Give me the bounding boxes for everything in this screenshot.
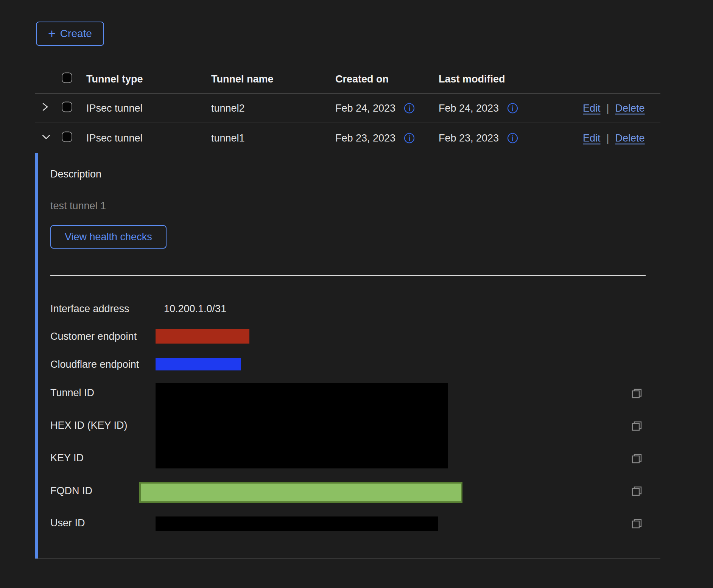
- created-on-cell: Feb 24, 2023: [335, 102, 395, 114]
- create-button-label: Create: [60, 28, 92, 40]
- user-id-label: User ID: [50, 517, 85, 529]
- customer-endpoint-redacted-value: [156, 329, 249, 344]
- tunnel-name-cell: tunnel1: [211, 132, 245, 144]
- chevron-down-icon[interactable]: [40, 132, 52, 142]
- ids-redacted-value: [156, 383, 448, 468]
- tunnels-table: Tunnel type Tunnel name Created on Last …: [35, 65, 660, 153]
- cloudflare-endpoint-label: Cloudflare endpoint: [50, 359, 139, 370]
- copy-icon[interactable]: [630, 485, 643, 498]
- tunnel-id-label: Tunnel ID: [50, 387, 94, 399]
- create-button[interactable]: + Create: [36, 22, 104, 46]
- edit-link[interactable]: Edit: [583, 132, 601, 144]
- fqdn-id-label: FQDN ID: [50, 485, 92, 497]
- description-label: Description: [50, 168, 101, 180]
- action-separator: |: [607, 132, 609, 144]
- copy-icon[interactable]: [630, 453, 643, 465]
- customer-endpoint-label: Customer endpoint: [50, 331, 137, 342]
- table-row: IPsec tunnel tunnel1 Feb 23, 2023 Feb 23…: [35, 123, 660, 153]
- fqdn-id-redacted-value: [139, 482, 462, 503]
- table-row: IPsec tunnel tunnel2 Feb 24, 2023 Feb 24…: [35, 93, 660, 123]
- user-id-redacted-value: [156, 516, 438, 531]
- column-header-tunnel-name: Tunnel name: [211, 73, 274, 85]
- tunnel-type-cell: IPsec tunnel: [86, 102, 143, 114]
- edit-link[interactable]: Edit: [583, 102, 601, 114]
- row-checkbox[interactable]: [62, 101, 72, 112]
- interface-address-label: Interface address: [50, 303, 129, 315]
- tunnels-page: + Create Tunnel type Tunnel name Created…: [0, 0, 713, 588]
- delete-link[interactable]: Delete: [615, 132, 645, 144]
- plus-icon: +: [48, 27, 56, 40]
- description-value: test tunnel 1: [50, 200, 106, 212]
- hex-id-label: HEX ID (KEY ID): [50, 420, 128, 431]
- created-on-cell: Feb 23, 2023: [335, 132, 395, 144]
- info-icon[interactable]: [507, 103, 518, 114]
- tunnel-name-cell: tunnel2: [211, 102, 245, 114]
- column-header-tunnel-type: Tunnel type: [86, 73, 143, 85]
- column-header-created-on: Created on: [335, 73, 389, 85]
- info-icon[interactable]: [404, 103, 415, 114]
- last-modified-cell: Feb 24, 2023: [439, 102, 499, 114]
- tunnel-type-cell: IPsec tunnel: [86, 132, 143, 144]
- key-id-label: KEY ID: [50, 452, 84, 464]
- select-all-checkbox[interactable]: [62, 72, 72, 83]
- row-checkbox[interactable]: [62, 132, 72, 142]
- info-icon[interactable]: [404, 133, 415, 144]
- tunnel-detail-panel: Description test tunnel 1 View health ch…: [35, 153, 660, 559]
- info-icon[interactable]: [507, 133, 518, 144]
- copy-icon[interactable]: [630, 387, 643, 400]
- table-header-row: Tunnel type Tunnel name Created on Last …: [35, 65, 660, 93]
- copy-icon[interactable]: [630, 420, 643, 432]
- last-modified-cell: Feb 23, 2023: [439, 132, 499, 144]
- interface-address-value: 10.200.1.0/31: [164, 303, 226, 315]
- delete-link[interactable]: Delete: [615, 102, 645, 114]
- column-header-last-modified: Last modified: [439, 73, 505, 85]
- copy-icon[interactable]: [630, 518, 643, 530]
- chevron-right-icon[interactable]: [40, 101, 50, 112]
- panel-accent-bar: [35, 153, 38, 558]
- action-separator: |: [607, 102, 609, 114]
- panel-divider: [50, 275, 646, 276]
- view-health-checks-button[interactable]: View health checks: [50, 225, 167, 249]
- cloudflare-endpoint-redacted-value: [156, 358, 241, 370]
